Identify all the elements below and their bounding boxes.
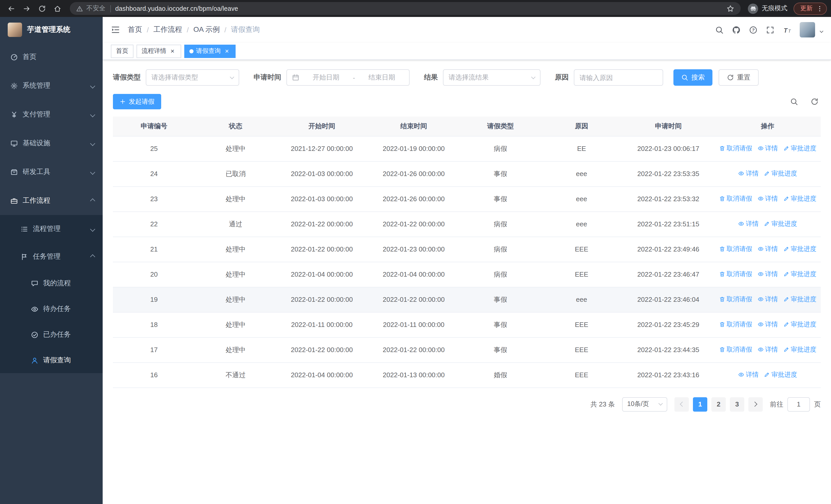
next-page-button[interactable] [748,397,763,411]
progress-action-link[interactable]: 审批进度 [783,320,816,329]
security-chip[interactable]: 不安全 [76,4,106,13]
user-avatar[interactable] [800,22,815,37]
cell-actions: 详情审批进度 [715,161,821,186]
progress-action-link[interactable]: 审批进度 [783,195,816,203]
sidebar-item-box[interactable]: 研发工具 [0,157,103,186]
back-icon [7,4,16,12]
cancel-action-link[interactable]: 取消请假 [719,270,752,279]
tab-close-icon[interactable]: × [223,48,230,55]
cell-reason: EEE [541,337,622,362]
menu-dots-icon[interactable] [816,5,823,12]
sidebar-item-check[interactable]: 已办任务 [0,322,103,348]
tab-2[interactable]: 请假查询× [184,45,236,58]
sidebar-collapse-icon[interactable] [111,25,120,34]
detail-action-link[interactable]: 详情 [757,245,778,254]
fullscreen-icon[interactable] [766,25,775,34]
bookmark-star-icon[interactable] [726,4,735,12]
cell-no: 21 [113,237,195,262]
svg-text:T: T [788,29,791,33]
create-leave-button[interactable]: 发起请假 [113,94,161,109]
detail-action-link[interactable]: 详情 [757,295,778,304]
sidebar-item-gear[interactable]: 系统管理 [0,71,103,100]
github-icon[interactable] [732,25,741,34]
update-label: 更新 [800,4,812,13]
sidebar-item-flag[interactable]: 任务管理 [0,243,103,270]
avatar-caret-icon[interactable] [820,29,823,33]
breadcrumb-item[interactable]: OA 示例 [194,25,220,34]
app-logo[interactable]: 芋道管理系统 [0,17,103,42]
progress-action-link[interactable]: 审批进度 [764,169,797,178]
cell-actions: 取消请假详情审批进度 [715,262,821,287]
sidebar-item-briefcase[interactable]: 工作流程 [0,186,103,215]
breadcrumb-item[interactable]: 首页 [128,25,142,34]
cell-end: 2022-01-26 00:00:00 [368,186,460,211]
update-button[interactable]: 更新 [794,2,827,14]
cancel-action-link[interactable]: 取消请假 [719,245,752,254]
reason-input[interactable] [574,69,663,86]
prev-page-button[interactable] [675,397,689,411]
cancel-action-link[interactable]: 取消请假 [719,320,752,329]
detail-action-link[interactable]: 详情 [738,169,758,178]
page-button-3[interactable]: 3 [730,397,744,411]
font-size-icon[interactable]: TT [783,25,792,34]
sidebar-item-list[interactable]: 流程管理 [0,215,103,243]
tab-1[interactable]: 流程详情× [137,45,181,58]
detail-action-link[interactable]: 详情 [738,370,758,379]
pagination: 共 23 条 10条/页 123 前往 页 [113,397,821,411]
help-icon[interactable]: ? [749,25,757,34]
pen-icon [764,171,770,177]
search-button[interactable]: 搜索 [674,69,712,86]
reset-button[interactable]: 重置 [719,69,758,86]
cell-applied: 2022-01-22 23:46:04 [622,287,715,312]
sidebar-item-user[interactable]: 请假查询 [0,348,103,373]
sidebar-item-dashboard[interactable]: 首页 [0,42,103,71]
cell-end: 2022-01-04 00:00:00 [368,262,460,287]
toggle-search-icon[interactable] [790,97,798,106]
sidebar-item-monitor[interactable]: 基础设施 [0,129,103,157]
refresh-table-icon[interactable] [810,97,819,106]
progress-action-link[interactable]: 审批进度 [783,346,816,354]
progress-action-link[interactable]: 审批进度 [783,295,816,304]
cell-applied: 2022-01-22 23:49:46 [622,237,715,262]
detail-action-link[interactable]: 详情 [757,320,778,329]
search-icon[interactable] [715,25,724,34]
leave-type-select[interactable]: 请选择请假类型 [146,69,239,86]
sidebar-item-eye[interactable]: 待办任务 [0,296,103,322]
tab-close-icon[interactable]: × [169,48,176,55]
breadcrumb-item[interactable]: 工作流程 [153,25,182,34]
detail-action-link[interactable]: 详情 [757,144,778,153]
detail-action-link[interactable]: 详情 [757,195,778,203]
detail-action-link[interactable]: 详情 [757,346,778,354]
progress-action-link[interactable]: 审批进度 [764,220,797,228]
home-button[interactable] [50,1,65,16]
goto-page-input[interactable] [787,397,810,411]
cancel-action-link[interactable]: 取消请假 [719,346,752,354]
address-bar[interactable]: 不安全 dashboard.yudao.iocoder.cn/bpm/oa/le… [70,2,741,15]
detail-action-link[interactable]: 详情 [738,220,758,228]
sidebar-item-chat[interactable]: 我的流程 [0,270,103,296]
progress-action-link[interactable]: 审批进度 [783,270,816,279]
cancel-action-link[interactable]: 取消请假 [719,144,752,153]
progress-action-link[interactable]: 审批进度 [764,370,797,379]
cell-type: 病假 [460,211,541,237]
cell-type: 事假 [460,287,541,312]
sidebar-item-yen[interactable]: 支付管理 [0,100,103,129]
reload-button[interactable] [35,1,49,16]
apply-time-range-picker[interactable]: 开始日期 - 结束日期 [286,69,409,86]
check-icon [31,331,38,338]
page-size-select[interactable]: 10条/页 [622,397,667,411]
cell-status: 通过 [195,211,276,237]
tab-0[interactable]: 首页 [111,45,134,58]
page-button-1[interactable]: 1 [693,397,707,411]
back-button[interactable] [4,1,19,16]
detail-action-link[interactable]: 详情 [757,270,778,279]
progress-action-link[interactable]: 审批进度 [783,144,816,153]
result-select[interactable]: 请选择流结果 [443,69,541,86]
breadcrumb: 首页/工作流程/OA 示例/请假查询 [128,25,260,34]
progress-action-link[interactable]: 审批进度 [783,245,816,254]
cancel-action-link[interactable]: 取消请假 [719,195,752,203]
forward-button[interactable] [20,1,34,16]
omnibox-divider [110,5,111,12]
cancel-action-link[interactable]: 取消请假 [719,295,752,304]
page-button-2[interactable]: 2 [711,397,726,411]
